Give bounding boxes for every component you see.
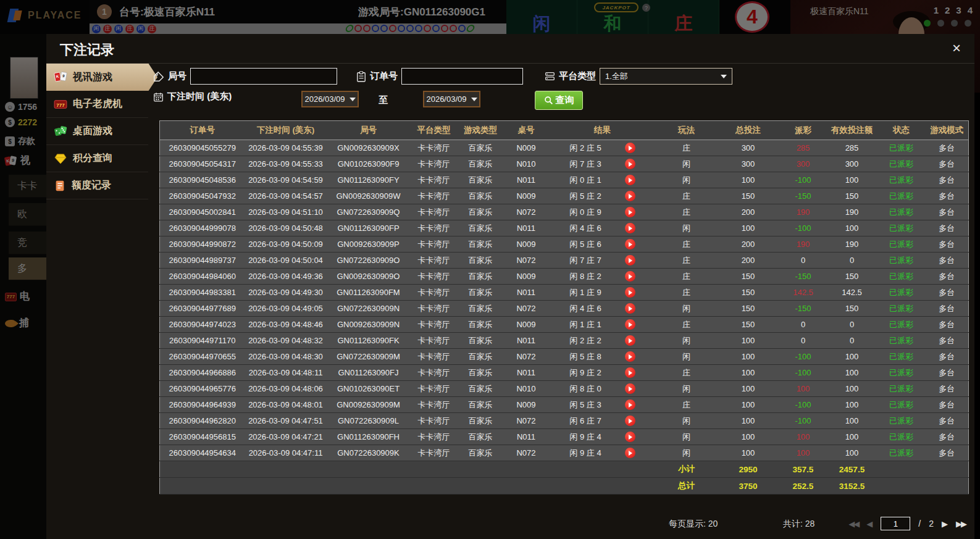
modal-content: 局号 订单号 平台类型	[148, 64, 974, 539]
table-cell: 100	[717, 413, 780, 429]
betting-records-modal: 下注记录 × K 9 视讯游戏 777 电子老虎机	[46, 34, 974, 539]
replay-button[interactable]	[625, 287, 635, 298]
table-cell: 闲 9 庄 4	[549, 429, 656, 445]
table-cell: 260309045047932	[160, 188, 245, 204]
subtotal-valid: 2457.5	[827, 461, 877, 478]
tab-table-games[interactable]: 桌面游戏	[46, 118, 148, 145]
table-cell: 260309044999078	[160, 220, 245, 236]
table-cell: GN0092630909X	[327, 140, 411, 156]
platform-type-select[interactable]: 1.全部	[600, 68, 732, 85]
replay-button[interactable]	[625, 271, 635, 282]
table-cell: 2026-03-09 04:51:10	[245, 204, 327, 220]
platform-icon	[545, 71, 555, 81]
next-page-button[interactable]: ▶	[942, 519, 948, 529]
result-text: 闲 5 庄 6	[569, 239, 601, 250]
order-number-input[interactable]	[401, 68, 523, 85]
table-cell: 闲 2 庄 5	[549, 140, 656, 156]
table-cell: GN0722630909K	[327, 445, 411, 461]
replay-button[interactable]	[625, 319, 635, 330]
table-cell: 多台	[926, 156, 969, 172]
replay-button[interactable]	[625, 399, 635, 410]
table-cell: 100	[827, 172, 877, 188]
table-cell: GN0722630909M	[327, 349, 411, 365]
result-text: 闲 4 庄 6	[569, 223, 601, 234]
replay-button[interactable]	[625, 175, 635, 185]
tab-video-games[interactable]: K 9 视讯游戏	[46, 64, 157, 91]
table-cell: 300	[717, 156, 780, 172]
replay-button[interactable]	[625, 207, 635, 217]
table-cell: 卡卡湾厅	[411, 413, 458, 429]
replay-button[interactable]	[625, 143, 635, 153]
date-to-select[interactable]: 2026/03/09	[423, 91, 480, 107]
table-cell: 卡卡湾厅	[411, 156, 458, 172]
table-row: 2603090449649392026-03-09 04:48:01GN0092…	[160, 397, 969, 413]
table-cell: 卡卡湾厅	[411, 333, 458, 349]
last-page-button[interactable]: ▶▶	[956, 519, 966, 529]
replay-button[interactable]	[625, 335, 635, 346]
table-cell: 已派彩	[877, 333, 926, 349]
tab-slots[interactable]: 777 电子老虎机	[46, 91, 148, 118]
table-cell: 2026-03-09 04:55:33	[245, 156, 327, 172]
table-cell: 2026-03-09 04:49:36	[245, 269, 327, 285]
table-row: 2603090450543172026-03-09 04:55:33GN0102…	[160, 156, 969, 172]
replay-button[interactable]	[625, 432, 635, 442]
table-cell: 已派彩	[877, 236, 926, 253]
round-number-input[interactable]	[190, 68, 337, 85]
table-cell: 百家乐	[458, 333, 504, 349]
table-cell: 闲 9 庄 4	[549, 445, 656, 461]
table-cell: 闲 4 庄 6	[549, 220, 656, 236]
table-cell: 0	[827, 253, 877, 269]
replay-button[interactable]	[625, 351, 635, 362]
replay-button[interactable]	[625, 383, 635, 394]
replay-button[interactable]	[625, 303, 635, 314]
round-filter-label: 局号	[168, 70, 186, 82]
search-button[interactable]: 查询	[535, 91, 583, 110]
close-icon[interactable]: ×	[952, 40, 961, 56]
table-cell: -100	[780, 220, 827, 236]
replay-button[interactable]	[625, 448, 635, 458]
table-cell: 260309044984060	[160, 269, 245, 285]
table-cell: 260309044990872	[160, 236, 245, 253]
table-cell: 百家乐	[458, 204, 504, 220]
table-row: 2603090449706552026-03-09 04:48:30GN0722…	[160, 349, 969, 365]
date-from-select[interactable]: 2026/03/09	[301, 91, 359, 107]
table-cell: 260309045048536	[160, 172, 245, 188]
table-cell: 已派彩	[877, 365, 926, 381]
table-cell: GN0722630909Q	[327, 204, 411, 220]
table-cell: 百家乐	[458, 188, 504, 204]
result-text: 闲 9 庄 4	[569, 432, 601, 443]
grand-total-row: 总计 3750 252.5 3152.5	[160, 478, 969, 495]
replay-button[interactable]	[625, 239, 635, 249]
table-cell: 150	[827, 188, 877, 204]
table-cell: 0	[827, 317, 877, 333]
column-header: 下注时间 (美东)	[245, 121, 327, 140]
tab-credit-records[interactable]: 额度记录	[46, 172, 148, 199]
first-page-button[interactable]: ◀◀	[848, 519, 858, 529]
table-cell: N072	[504, 204, 549, 220]
replay-button[interactable]	[625, 367, 635, 378]
total-bet: 3750	[717, 478, 780, 495]
prev-page-button[interactable]: ◀	[866, 519, 873, 529]
table-cell: 闲 4 庄 6	[549, 301, 656, 317]
table-cell: 2026-03-09 04:54:59	[245, 172, 327, 188]
table-cell: 庄	[656, 397, 717, 413]
table-cell: 285	[780, 140, 827, 156]
table-cell: -100	[780, 172, 827, 188]
table-cell: 多台	[926, 220, 969, 236]
table-cell: 多台	[926, 397, 969, 413]
replay-button[interactable]	[625, 416, 635, 426]
table-cell: 142.5	[827, 285, 877, 301]
tab-points-query[interactable]: 积分查询	[46, 145, 148, 172]
replay-button[interactable]	[625, 191, 635, 201]
table-cell: 卡卡湾厅	[411, 445, 458, 461]
total-valid: 3152.5	[827, 478, 877, 495]
replay-button[interactable]	[625, 255, 635, 265]
page-input[interactable]: 1	[881, 517, 910, 530]
replay-button[interactable]	[625, 159, 635, 169]
table-cell: 卡卡湾厅	[411, 381, 458, 397]
table-cell: 卡卡湾厅	[411, 172, 458, 188]
table-cell: 庄	[656, 269, 717, 285]
replay-button[interactable]	[625, 223, 635, 233]
table-cell: 0	[827, 333, 877, 349]
table-cell: 卡卡湾厅	[411, 236, 458, 253]
